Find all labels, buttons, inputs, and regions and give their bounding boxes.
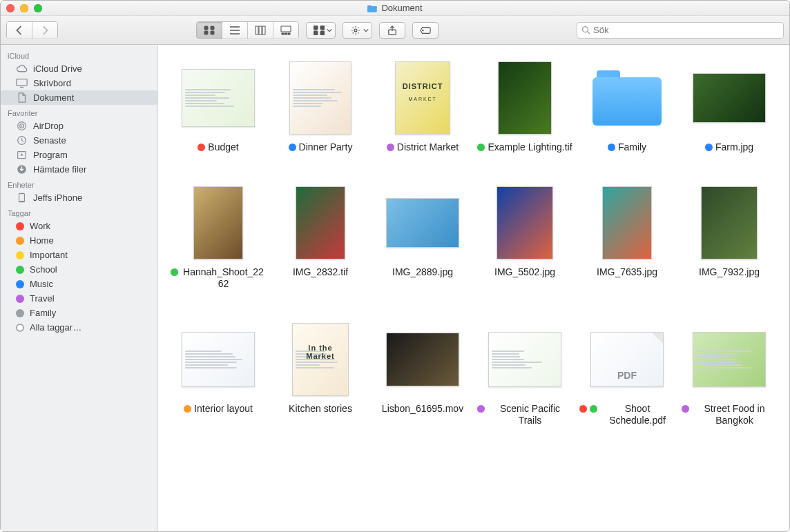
tag-dot-icon bbox=[387, 144, 394, 151]
file-thumbnail bbox=[688, 322, 771, 397]
file-item[interactable]: Scenic Pacific Trails bbox=[477, 322, 572, 426]
file-label-row: District Market bbox=[387, 141, 459, 153]
svg-rect-19 bbox=[17, 79, 27, 86]
minimize-button[interactable] bbox=[20, 4, 28, 12]
file-item[interactable]: Budget bbox=[171, 60, 266, 153]
file-item[interactable]: Dinner Party bbox=[273, 60, 368, 153]
list-view-button[interactable] bbox=[222, 22, 247, 39]
file-item[interactable]: PDFShoot Schedule.pdf bbox=[579, 322, 675, 426]
file-item[interactable]: IMG_2832.tif bbox=[273, 185, 368, 290]
file-item[interactable]: IMG_7932.jpg bbox=[682, 185, 777, 290]
share-icon bbox=[387, 26, 398, 35]
back-button[interactable] bbox=[7, 22, 32, 39]
sidebar-item-home[interactable]: Home bbox=[1, 233, 157, 248]
file-item[interactable]: In the MarketKitchen stories bbox=[273, 322, 368, 426]
sidebar-item-skrivbord[interactable]: Skrivbord bbox=[1, 76, 157, 90]
zoom-button[interactable] bbox=[34, 4, 42, 12]
file-item[interactable]: Farm.jpg bbox=[682, 60, 777, 153]
file-item[interactable]: Lisbon_61695.mov bbox=[375, 322, 470, 426]
sidebar-section-header: iCloud bbox=[1, 48, 157, 61]
sidebar-item-important[interactable]: Important bbox=[1, 248, 157, 262]
file-thumbnail bbox=[586, 60, 668, 136]
tag-dot-icon bbox=[16, 251, 24, 259]
sidebar-section-header: Favoriter bbox=[1, 105, 157, 119]
file-item[interactable]: Street Food in Bangkok bbox=[682, 322, 777, 426]
column-view-button[interactable] bbox=[247, 22, 273, 39]
file-label-row: IMG_7932.jpg bbox=[699, 266, 760, 278]
sidebar-item-h-mtade-filer[interactable]: Hämtade filer bbox=[1, 162, 157, 177]
sidebar-item-jeffs-iphone[interactable]: Jeffs iPhone bbox=[1, 190, 157, 205]
file-item[interactable]: Hannah_Shoot_2262 bbox=[171, 185, 266, 290]
sidebar-item-label: Program bbox=[33, 150, 68, 160]
sidebar-item-program[interactable]: Program bbox=[1, 148, 157, 162]
view-switcher bbox=[196, 21, 299, 39]
file-item[interactable]: IMG_7635.jpg bbox=[579, 185, 675, 290]
close-button[interactable] bbox=[6, 4, 15, 12]
svg-rect-12 bbox=[320, 26, 325, 30]
sidebar-item-icloud-drive[interactable]: iCloud Drive bbox=[1, 61, 157, 76]
nav-buttons bbox=[6, 21, 58, 39]
search-icon bbox=[581, 26, 590, 35]
file-name: District Market bbox=[397, 141, 459, 153]
sidebar-item-music[interactable]: Music bbox=[1, 277, 157, 291]
svg-rect-11 bbox=[314, 26, 318, 30]
toolbar bbox=[1, 16, 789, 45]
svg-point-17 bbox=[423, 30, 424, 31]
file-name: Family bbox=[618, 141, 646, 153]
file-item[interactable]: Interior layout bbox=[171, 322, 266, 426]
phone-icon bbox=[16, 193, 28, 203]
sidebar-item-airdrop[interactable]: AirDrop bbox=[1, 119, 157, 133]
file-item[interactable]: Family bbox=[579, 60, 675, 153]
file-item[interactable]: Example Lighting.tif bbox=[477, 60, 572, 153]
desktop-icon bbox=[16, 78, 28, 88]
file-name: Lisbon_61695.mov bbox=[382, 403, 463, 415]
sidebar-item-family[interactable]: Family bbox=[1, 306, 157, 320]
svg-rect-3 bbox=[211, 31, 214, 35]
file-label-row: Interior layout bbox=[184, 403, 253, 415]
sidebar-item-senaste[interactable]: Senaste bbox=[1, 133, 157, 148]
doc-icon bbox=[16, 92, 28, 103]
icon-grid: BudgetDinner PartyDISTRICTMARKETDistrict… bbox=[171, 60, 777, 426]
tag-icon bbox=[420, 26, 431, 35]
search-input[interactable] bbox=[593, 25, 779, 35]
tag-dot-icon bbox=[16, 309, 24, 317]
file-thumbnail bbox=[483, 60, 566, 136]
sidebar-item-school[interactable]: School bbox=[1, 262, 157, 277]
forward-button[interactable] bbox=[32, 22, 57, 39]
sidebar: iCloudiCloud DriveSkrivbordDokumentFavor… bbox=[1, 45, 158, 531]
gear-icon bbox=[350, 26, 361, 35]
sidebar-item-label: Music bbox=[30, 279, 53, 289]
tag-dot-icon bbox=[171, 268, 178, 276]
finder-window: Dokument bbox=[0, 0, 790, 532]
icon-view-button[interactable] bbox=[197, 22, 222, 39]
search-field[interactable] bbox=[577, 22, 784, 39]
tag-dot-icon bbox=[16, 266, 24, 274]
gallery-view-button[interactable] bbox=[273, 22, 298, 39]
share-button[interactable] bbox=[379, 22, 405, 39]
sidebar-item-work[interactable]: Work bbox=[1, 219, 157, 233]
file-name: Farm.jpg bbox=[715, 141, 753, 153]
file-label-row: IMG_7635.jpg bbox=[597, 266, 657, 278]
file-label-row: Scenic Pacific Trails bbox=[477, 403, 572, 426]
svg-rect-13 bbox=[314, 31, 318, 35]
file-thumbnail bbox=[177, 322, 260, 397]
tag-dot-icon bbox=[608, 144, 615, 151]
sidebar-item-travel[interactable]: Travel bbox=[1, 291, 157, 306]
file-item[interactable]: IMG_5502.jpg bbox=[477, 185, 572, 290]
file-label-row: Kitchen stories bbox=[289, 403, 352, 415]
group-by-button[interactable] bbox=[306, 22, 336, 39]
file-item[interactable]: DISTRICTMARKETDistrict Market bbox=[375, 60, 470, 153]
svg-rect-2 bbox=[204, 31, 208, 35]
sidebar-section-header: Enheter bbox=[1, 177, 157, 190]
tags-button[interactable] bbox=[412, 22, 439, 39]
sidebar-item-label: Alla taggar… bbox=[30, 322, 81, 333]
file-name: IMG_2889.jpg bbox=[392, 266, 453, 278]
action-menu-button[interactable] bbox=[343, 22, 372, 39]
file-item[interactable]: IMG_2889.jpg bbox=[375, 185, 470, 290]
sidebar-item-alla-taggar-[interactable]: Alla taggar… bbox=[1, 320, 157, 335]
file-browser[interactable]: BudgetDinner PartyDISTRICTMARKETDistrict… bbox=[158, 45, 789, 531]
traffic-lights bbox=[6, 4, 42, 12]
svg-rect-6 bbox=[262, 26, 265, 35]
sidebar-item-dokument[interactable]: Dokument bbox=[1, 90, 157, 105]
file-name: IMG_2832.tif bbox=[293, 266, 348, 278]
